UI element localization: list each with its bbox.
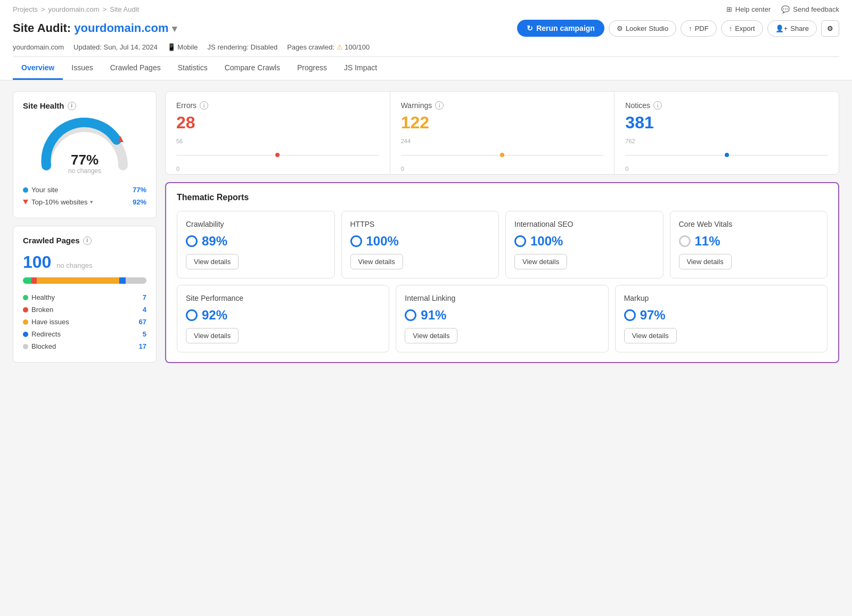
breadcrumb-sep1: > — [41, 5, 45, 13]
tab-overview[interactable]: Overview — [13, 57, 63, 80]
settings-button[interactable]: ⚙ — [821, 20, 839, 37]
crawled-pages-info-icon[interactable]: i — [83, 236, 92, 245]
metrics-row: Errors i 28 56 0 Warnings i — [165, 91, 839, 175]
looker-icon: ⚙ — [617, 24, 623, 32]
https-view-details-button[interactable]: View details — [350, 254, 403, 269]
errors-info-icon[interactable]: i — [200, 101, 208, 110]
tab-statistics[interactable]: Statistics — [169, 57, 216, 80]
tab-js-impact[interactable]: JS Impact — [335, 57, 386, 80]
thematic-core-web-vitals: Core Web Vitals 11% View details — [670, 211, 828, 278]
domain-chevron[interactable]: ▾ — [172, 23, 177, 34]
main-content: Site Health i 77% no changes — [0, 80, 852, 374]
crawled-pages-count: 100 no changes — [23, 252, 146, 272]
site-health-title: Site Health i — [23, 101, 146, 110]
meta-js-rendering: JS rendering: Disabled — [208, 43, 278, 51]
bar-redirects — [119, 277, 126, 284]
breadcrumb: Projects > yourdomain.com > Site Audit — [13, 5, 139, 13]
refresh-icon: ↻ — [527, 24, 533, 32]
internal-linking-view-details-button[interactable]: View details — [405, 328, 457, 343]
core-web-vitals-view-details-button[interactable]: View details — [679, 254, 732, 269]
warning-icon: ⚠ — [337, 43, 345, 51]
bar-blocked — [126, 277, 146, 284]
thematic-site-performance: Site Performance 92% View details — [177, 285, 389, 352]
pdf-label: PDF — [695, 24, 709, 32]
looker-studio-button[interactable]: ⚙ Looker Studio — [609, 20, 676, 37]
site-audit-label: Site Audit: — [13, 21, 71, 35]
thematic-markup: Markup 97% View details — [615, 285, 828, 352]
pdf-button[interactable]: ↑ PDF — [681, 20, 717, 37]
crawled-pages-card: Crawled Pages i 100 no changes Healthy 7 — [13, 226, 157, 363]
thematic-https: HTTPS 100% View details — [341, 211, 499, 278]
page-title: Site Audit: yourdomain.com ▾ — [13, 21, 177, 35]
errors-label: Errors i — [176, 101, 379, 110]
bar-healthy — [23, 277, 31, 284]
thematic-grid-row1: Crawlability 89% View details HTTPS 100%… — [177, 211, 828, 278]
share-icon: 👤+ — [775, 24, 788, 32]
site-health-info-icon[interactable]: i — [68, 102, 76, 110]
legend-have-issues: Have issues 67 — [23, 316, 146, 328]
top-actions: ⊞ Help center 💬 Send feedback — [726, 5, 839, 13]
top10-triangle-icon — [23, 200, 28, 204]
top10-chevron-icon[interactable]: ▾ — [90, 199, 93, 206]
share-button[interactable]: 👤+ Share — [767, 20, 817, 37]
markup-ring-icon — [624, 309, 636, 321]
meta-pages-crawled: Pages crawled: ⚠ 100/100 — [287, 43, 370, 51]
internal-linking-ring-icon — [405, 309, 416, 321]
core-web-vitals-ring-icon — [679, 235, 691, 247]
markup-view-details-button[interactable]: View details — [624, 328, 677, 343]
crawlability-ring-icon — [186, 235, 198, 247]
errors-chart: 56 0 — [176, 138, 379, 165]
thematic-reports-card: Thematic Reports Crawlability 89% View d… — [165, 182, 839, 363]
tab-issues[interactable]: Issues — [63, 57, 101, 80]
your-site-value: 77% — [133, 186, 146, 194]
domain-link[interactable]: yourdomain.com — [74, 21, 168, 35]
metric-warnings: Warnings i 122 244 0 — [390, 92, 615, 174]
your-site-row: Your site 77% — [23, 184, 146, 196]
crawled-pages-bar — [23, 277, 146, 284]
tab-crawled-pages[interactable]: Crawled Pages — [102, 57, 169, 80]
help-icon: ⊞ — [726, 5, 732, 13]
legend-healthy: Healthy 7 — [23, 291, 146, 303]
crawled-pages-title: Crawled Pages i — [23, 236, 146, 245]
https-ring-icon — [350, 235, 362, 247]
svg-text:no changes: no changes — [68, 167, 101, 175]
international-seo-ring-icon — [514, 235, 526, 247]
header-buttons: ↻ Rerun campaign ⚙ Looker Studio ↑ PDF ↑… — [517, 20, 839, 37]
meta-row: yourdomain.com Updated: Sun, Jul 14, 202… — [13, 41, 839, 56]
legend-broken: Broken 4 — [23, 303, 146, 316]
top10-label: Top-10% websites ▾ — [31, 198, 93, 206]
help-center-button[interactable]: ⊞ Help center — [726, 5, 771, 13]
thematic-crawlability: Crawlability 89% View details — [177, 211, 335, 278]
broken-dot — [23, 307, 28, 313]
export-icon: ↑ — [729, 24, 733, 32]
breadcrumb-page: Site Audit — [110, 5, 139, 13]
looker-label: Looker Studio — [626, 24, 668, 32]
tab-progress[interactable]: Progress — [289, 57, 335, 80]
thematic-reports-title: Thematic Reports — [177, 193, 828, 202]
crawlability-view-details-button[interactable]: View details — [186, 254, 239, 269]
meta-updated: Updated: Sun, Jul 14, 2024 — [73, 43, 158, 51]
send-feedback-button[interactable]: 💬 Send feedback — [781, 5, 839, 13]
notices-value: 381 — [625, 113, 828, 133]
legend-redirects: Redirects 5 — [23, 328, 146, 340]
international-seo-view-details-button[interactable]: View details — [514, 254, 567, 269]
meta-domain: yourdomain.com — [13, 43, 64, 51]
your-site-dot — [23, 187, 28, 193]
tab-compare-crawls[interactable]: Compare Crawls — [216, 57, 289, 80]
left-panel: Site Health i 77% no changes — [13, 91, 157, 363]
rerun-campaign-button[interactable]: ↻ Rerun campaign — [517, 20, 604, 37]
help-center-label: Help center — [735, 5, 771, 13]
export-button[interactable]: ↑ Export — [721, 20, 763, 37]
meta-device: 📱 Mobile — [167, 43, 198, 51]
thematic-international-seo: International SEO 100% View details — [505, 211, 663, 278]
notices-info-icon[interactable]: i — [653, 101, 662, 110]
warnings-info-icon[interactable]: i — [435, 101, 444, 110]
breadcrumb-domain[interactable]: yourdomain.com — [48, 5, 100, 13]
nav-tabs: Overview Issues Crawled Pages Statistics… — [13, 56, 839, 80]
your-site-label: Your site — [31, 186, 58, 194]
top10-row: Top-10% websites ▾ 92% — [23, 196, 146, 208]
site-performance-ring-icon — [186, 309, 198, 321]
site-performance-view-details-button[interactable]: View details — [186, 328, 239, 343]
issues-dot — [23, 319, 28, 325]
breadcrumb-projects[interactable]: Projects — [13, 5, 38, 13]
